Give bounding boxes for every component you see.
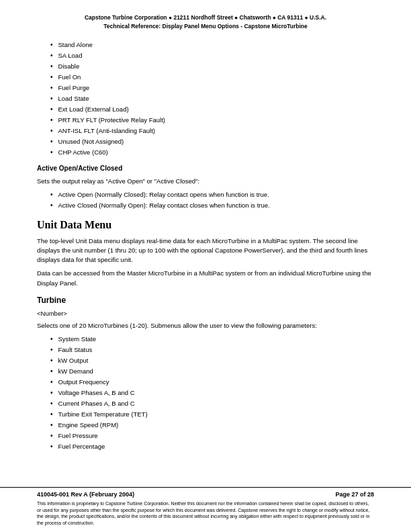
list-item: PRT RLY FLT (Protective Relay Fault): [50, 116, 374, 125]
list-item: Output Frequency: [50, 378, 374, 387]
turbine-intro: Selects one of 20 MicroTurbines (1-20). …: [37, 321, 374, 330]
unit-data-para1: The top-level Unit Data menu displays re…: [37, 236, 374, 265]
active-section-heading: Active Open/Active Closed: [37, 164, 374, 173]
list-item: Fuel Percentage: [50, 442, 374, 451]
list-item: Engine Speed (RPM): [50, 420, 374, 430]
footer-disclaimer: This information is proprietary to Capst…: [37, 500, 374, 527]
turbine-bullet-list: System StateFault StatuskW OutputkW Dema…: [50, 335, 374, 451]
list-item: kW Demand: [50, 367, 374, 376]
list-item: Stand Alone: [50, 40, 374, 50]
list-item: Turbine Exit Temperature (TET): [50, 410, 374, 419]
footer-top-row: 410045-001 Rev A (February 2004) Page 27…: [37, 491, 374, 498]
list-item: Active Closed (Normally Open): Relay con…: [50, 201, 374, 210]
list-item: Unused (Not Assigned): [50, 137, 374, 146]
top-bullet-list: Stand AloneSA LoadDisableFuel OnFuel Pur…: [50, 40, 374, 157]
page: Capstone Turbine Corporation ● 21211 Nor…: [0, 0, 411, 532]
header-line1: Capstone Turbine Corporation ● 21211 Nor…: [37, 13, 374, 22]
unit-data-heading: Unit Data Menu: [37, 218, 374, 232]
list-item: kW Output: [50, 356, 374, 365]
unit-data-para2: Data can be accessed from the Master Mic…: [37, 269, 374, 288]
list-item: Active Open (Normally Closed): Relay con…: [50, 190, 374, 200]
list-item: Fuel Purge: [50, 83, 374, 93]
list-item: CHP Active (C60): [50, 148, 374, 157]
list-item: Ext Load (External Load): [50, 105, 374, 114]
page-footer: 410045-001 Rev A (February 2004) Page 27…: [0, 487, 411, 532]
list-item: Voltage Phases A, B and C: [50, 388, 374, 398]
list-item: Fuel Pressure: [50, 431, 374, 441]
turbine-heading: Turbine: [37, 295, 374, 306]
list-item: ANT-ISL FLT (Anti-Islanding Fault): [50, 126, 374, 136]
list-item: Current Phases A, B and C: [50, 399, 374, 408]
header-line2: Technical Reference: Display Panel Menu …: [37, 22, 374, 31]
page-header: Capstone Turbine Corporation ● 21211 Nor…: [37, 13, 374, 31]
footer-left: 410045-001 Rev A (February 2004): [37, 491, 134, 498]
list-item: Load State: [50, 94, 374, 103]
list-item: SA Load: [50, 51, 374, 60]
list-item: Fuel On: [50, 73, 374, 82]
active-section-list: Active Open (Normally Closed): Relay con…: [50, 190, 374, 210]
list-item: Fault Status: [50, 345, 374, 355]
list-item: Disable: [50, 62, 374, 71]
turbine-number-label: <Number>: [37, 309, 374, 318]
footer-right: Page 27 of 28: [335, 491, 374, 498]
active-section-intro: Sets the output relay as "Active Open" o…: [37, 177, 374, 186]
list-item: System State: [50, 335, 374, 344]
